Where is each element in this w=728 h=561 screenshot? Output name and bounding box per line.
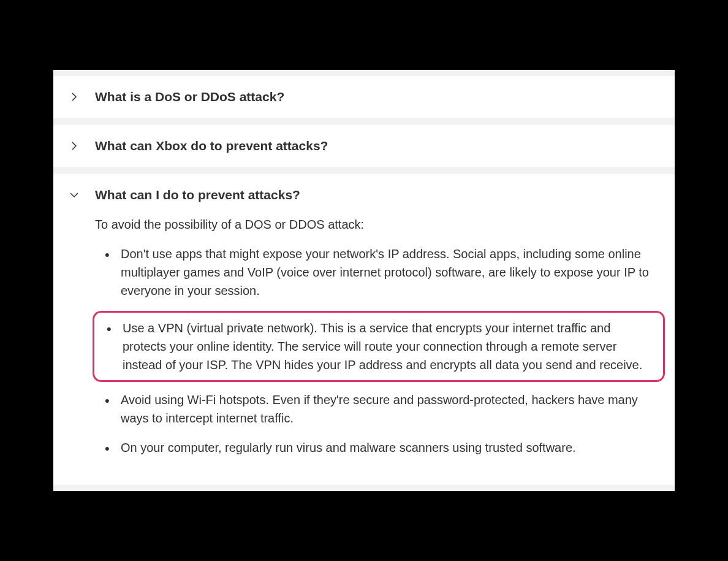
list-item-highlighted: Use a VPN (virtual private network). Thi… <box>114 319 653 374</box>
accordion-item-xbox-prevent: What can Xbox do to prevent attacks? <box>53 125 675 167</box>
list-item: Avoid using Wi-Fi hotspots. Even if they… <box>113 391 660 427</box>
accordion-title: What can I do to prevent attacks? <box>95 188 300 202</box>
list-item: On your computer, regularly run virus an… <box>113 438 660 457</box>
accordion-title: What is a DoS or DDoS attack? <box>95 90 284 104</box>
accordion-header-prevent-attacks[interactable]: What can I do to prevent attacks? <box>53 174 675 216</box>
bullet-list: Don't use apps that might expose your ne… <box>95 245 660 457</box>
chevron-right-icon <box>68 91 80 103</box>
chevron-right-icon <box>68 140 80 152</box>
accordion-item-dos-ddos: What is a DoS or DDoS attack? <box>53 76 675 118</box>
accordion-container: What is a DoS or DDoS attack? What can X… <box>53 70 675 491</box>
accordion-content: To avoid the possibility of a DOS or DDO… <box>53 216 675 485</box>
accordion-item-prevent-attacks: What can I do to prevent attacks? To avo… <box>53 174 675 485</box>
accordion-title: What can Xbox do to prevent attacks? <box>95 139 328 153</box>
intro-text: To avoid the possibility of a DOS or DDO… <box>95 216 660 234</box>
accordion-header-dos-ddos[interactable]: What is a DoS or DDoS attack? <box>53 76 675 118</box>
list-item: Don't use apps that might expose your ne… <box>113 245 660 300</box>
accordion-header-xbox-prevent[interactable]: What can Xbox do to prevent attacks? <box>53 125 675 167</box>
chevron-down-icon <box>68 189 80 201</box>
highlighted-callout: Use a VPN (virtual private network). Thi… <box>93 311 665 382</box>
